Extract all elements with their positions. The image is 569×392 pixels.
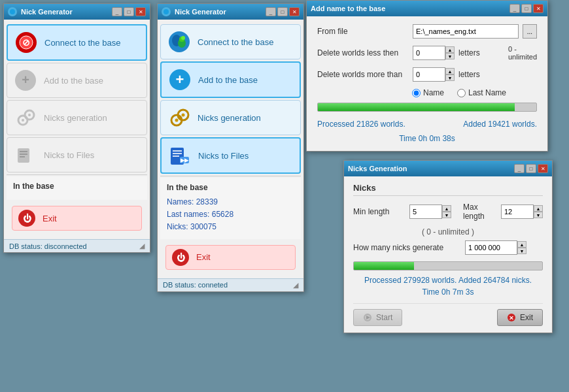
how-many-input[interactable] <box>465 240 517 255</box>
how-many-label: How many nicks generate <box>353 243 461 252</box>
gen-btn-row: Start ✕ Exit <box>353 303 543 326</box>
svg-point-16 <box>164 9 169 14</box>
svg-rect-30 <box>173 150 182 152</box>
delete-less-input[interactable] <box>413 46 445 60</box>
maximize-btn-4[interactable]: □ <box>526 164 536 173</box>
nicks-section-title: Nicks <box>353 183 543 196</box>
processed-text-3: Processed 21826 worlds. <box>317 120 405 129</box>
minimize-btn-2[interactable]: _ <box>266 7 276 16</box>
delete-less-down[interactable]: ▼ <box>445 53 455 59</box>
menu-connect-1[interactable]: ⊘ Connect to the base <box>7 24 147 61</box>
lastname-radio-label[interactable]: Last Name <box>457 88 506 97</box>
unlimited-text: ( 0 - unlimited ) <box>422 227 474 237</box>
max-length-label: Max length <box>463 203 489 221</box>
menu-label-files-1: Nicks to Files <box>44 150 94 160</box>
min-length-label: Min length <box>353 207 405 216</box>
window-title-4: Nicks Generation <box>348 165 407 172</box>
browse-button[interactable]: ... <box>523 24 537 39</box>
window-title-2: Nick Generator <box>175 8 226 16</box>
delete-more-input[interactable] <box>413 67 445 82</box>
svg-rect-13 <box>20 156 25 157</box>
maximize-btn-2[interactable]: □ <box>277 7 288 16</box>
svg-point-0 <box>10 9 15 14</box>
exit-label-1: Exit <box>43 214 57 223</box>
name-radio[interactable] <box>412 89 421 97</box>
from-file-label: From file <box>317 27 409 36</box>
from-file-row: From file ... <box>317 24 537 39</box>
max-length-input[interactable] <box>501 204 534 219</box>
gen-status-row: Processed 279928 worlds. Added 264784 ni… <box>353 276 543 297</box>
menu-generate-2[interactable]: Nicks generation <box>160 100 301 135</box>
svg-rect-11 <box>20 151 27 152</box>
start-button[interactable]: Start <box>353 309 402 326</box>
menu-files-2[interactable]: ▶▶ Nicks to Files <box>160 137 301 174</box>
minimize-btn-1[interactable]: _ <box>112 7 122 16</box>
svg-point-21 <box>181 36 185 40</box>
svg-text:⊘: ⊘ <box>22 37 30 48</box>
start-icon <box>363 313 372 322</box>
max-length-up[interactable]: ▲ <box>534 205 543 212</box>
in-base-title-1: In the base <box>13 182 141 191</box>
menu-label-files-2: Nicks to Files <box>198 151 249 161</box>
resize-handle-2: ◢ <box>293 281 298 289</box>
min-length-input[interactable] <box>409 204 442 219</box>
delete-more-up[interactable]: ▲ <box>445 68 455 74</box>
how-many-spin: ▲ ▼ <box>465 240 526 255</box>
window-nick-generator-2: Nick Generator _ □ ✕ Connect to the base <box>157 3 304 292</box>
svg-point-26 <box>175 119 179 122</box>
window-nicks-generation: Nicks Generation _ □ ✕ Nicks Min length … <box>343 160 553 333</box>
status-text-1: DB status: disconnected <box>9 242 87 250</box>
title-bar-3: Add name to the base _ □ ✕ <box>307 1 547 16</box>
exit-btn-1[interactable]: ⏻ Exit <box>12 206 142 231</box>
gen-exit-label: Exit <box>520 313 533 322</box>
minimize-btn-4[interactable]: _ <box>514 164 525 173</box>
svg-point-27 <box>182 114 185 117</box>
max-length-spin: ▲ ▼ <box>501 204 543 219</box>
in-base-section-1: In the base <box>7 176 147 200</box>
close-btn-4[interactable]: ✕ <box>538 164 548 173</box>
delete-more-down[interactable]: ▼ <box>445 74 455 81</box>
from-file-input[interactable] <box>413 24 519 39</box>
svg-rect-12 <box>20 154 27 155</box>
exit-btn-2[interactable]: ⏻ Exit <box>165 245 296 270</box>
status-text-2: DB status: conneted <box>163 281 228 289</box>
length-row: Min length ▲ ▼ Max length ▲ ▼ <box>353 203 543 221</box>
title-bar-1: Nick Generator _ □ ✕ <box>4 4 150 20</box>
close-btn-1[interactable]: ✕ <box>135 7 146 16</box>
start-label: Start <box>376 313 392 322</box>
delete-less-label: Delete worlds less then <box>317 48 409 57</box>
files-icon-2: ▶▶ <box>168 144 192 167</box>
how-many-row: How many nicks generate ▲ ▼ <box>353 240 543 255</box>
name-radio-label[interactable]: Name <box>412 88 444 97</box>
in-base-section-2: In the base Names: 28339 Last names: 656… <box>160 178 301 239</box>
files-icon-1 <box>14 143 37 167</box>
maximize-btn-1[interactable]: □ <box>124 7 134 16</box>
svg-text:✕: ✕ <box>509 315 514 321</box>
close-btn-2[interactable]: ✕ <box>289 7 300 16</box>
gen-exit-button[interactable]: ✕ Exit <box>497 309 543 326</box>
window-content-1: ⊘ Connect to the base + Add to the base <box>4 20 150 239</box>
menu-generate-1: Nicks generation <box>7 100 147 135</box>
max-length-down[interactable]: ▼ <box>534 212 543 218</box>
menu-connect-2[interactable]: Connect to the base <box>160 24 301 59</box>
delete-more-label: Delete worlds more than <box>317 70 409 79</box>
window-title-1: Nick Generator <box>21 8 73 16</box>
lastname-radio[interactable] <box>457 89 466 97</box>
menu-add-2[interactable]: + Add to the base <box>160 61 301 98</box>
divider-2 <box>160 176 301 176</box>
minimize-btn-3[interactable]: _ <box>509 4 520 13</box>
how-many-up[interactable]: ▲ <box>517 241 526 248</box>
maximize-btn-3[interactable]: □ <box>521 4 532 13</box>
how-many-down[interactable]: ▼ <box>517 248 526 254</box>
menu-label-add-2: Add to the base <box>198 75 258 85</box>
connect-icon-1: ⊘ <box>14 31 38 54</box>
close-btn-3[interactable]: ✕ <box>533 4 543 13</box>
window-nick-generator-1: Nick Generator _ □ ✕ ⊘ Connect to the ba… <box>3 3 150 253</box>
add-name-progress-fill <box>318 103 515 111</box>
in-base-title-2: In the base <box>167 183 294 192</box>
window-add-name: Add name to the base _ □ ✕ From file ...… <box>306 0 548 152</box>
delete-less-up[interactable]: ▲ <box>445 46 455 53</box>
min-length-up[interactable]: ▲ <box>442 205 451 212</box>
min-length-down[interactable]: ▼ <box>442 212 451 218</box>
title-icon-1 <box>8 7 17 16</box>
